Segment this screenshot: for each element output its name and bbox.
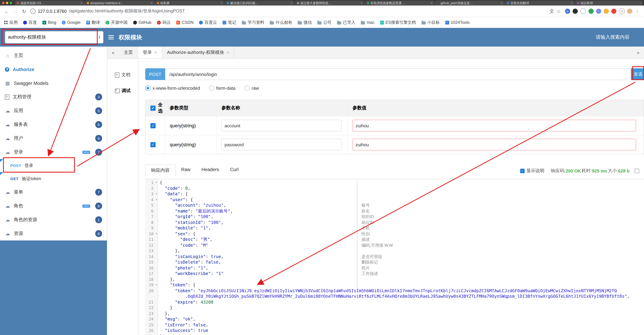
browser-tab[interactable]: temporary-Interface-d… × <box>85 1 154 6</box>
extension-icon-dark[interactable] <box>572 9 578 14</box>
fold-icon[interactable]: ▾ <box>156 180 157 186</box>
sidebar-item[interactable]: ▦Swagger Models <box>0 76 107 90</box>
tab-close-icon[interactable]: × <box>154 50 157 55</box>
traffic-light-2[interactable] <box>10 2 12 4</box>
row-checkbox[interactable]: ✓ <box>150 142 156 147</box>
bookmark-item[interactable]: 译翻译 <box>86 20 100 25</box>
profile-avatar[interactable] <box>627 9 632 14</box>
browser-tab[interactable]: 超过最大参数限制是… × <box>295 1 364 6</box>
fold-icon[interactable]: ▾ <box>156 191 157 197</box>
bookmark-item[interactable]: GGoogle <box>62 20 80 25</box>
extension-icon-ip[interactable]: ip <box>565 9 570 14</box>
tab-close-icon[interactable]: × <box>641 2 642 5</box>
content-tab[interactable]: Authorize-authority-权限模块 × <box>162 46 234 58</box>
browser-tab[interactable]: 知识星球 × <box>575 1 642 6</box>
browser-tab[interactable]: 温故而知新-CS… × <box>15 1 84 6</box>
extension-icon-green[interactable] <box>588 9 594 14</box>
doc-nav-debug[interactable]: 调试 <box>115 88 130 94</box>
content-type-radio[interactable]: x-www-form-urlencoded <box>145 86 200 91</box>
tab-close-icon[interactable]: × <box>571 2 572 5</box>
menu-toggle-icon[interactable] <box>108 35 114 39</box>
tab-close-icon[interactable]: × <box>220 2 222 5</box>
browser-tab[interactable]: 哈私募 × <box>155 1 224 6</box>
extension-icon-clip[interactable] <box>604 9 609 14</box>
info-icon[interactable]: i <box>30 9 35 14</box>
content-type-radio[interactable]: form-data <box>209 86 236 91</box>
extension-icon-ring[interactable] <box>580 8 586 14</box>
sidebar-item[interactable]: Authorize <box>0 62 107 76</box>
send-button[interactable]: 发送 <box>631 68 644 80</box>
sidebar-item[interactable]: ⌂主页 <box>0 49 107 62</box>
tab-close-icon[interactable]: × <box>150 2 152 5</box>
fold-icon[interactable]: ▾ <box>156 197 157 202</box>
extension-icon-red[interactable] <box>611 9 616 14</box>
tabs-scroll-left-icon[interactable]: « <box>107 46 119 58</box>
tab-close-icon[interactable]: × <box>501 2 502 5</box>
bookmark-item[interactable]: 什么都有 <box>270 20 292 25</box>
bookmark-item[interactable]: 百度 <box>23 20 37 25</box>
param-value-input[interactable] <box>352 120 636 132</box>
tab-close-icon[interactable]: × <box>227 50 229 55</box>
browser-tab[interactable]: 谷歌浏览器参数设置通… × <box>365 1 434 6</box>
translate-icon[interactable]: 文 <box>549 8 554 14</box>
param-name-input[interactable] <box>222 139 342 150</box>
bookmark-item[interactable]: ESES搜索引擎文档 <box>380 20 416 25</box>
bookmark-item[interactable]: 小目标 <box>422 20 440 25</box>
content-tab[interactable]: 登录 × <box>138 46 162 58</box>
select-all-checkbox[interactable]: ✓ <box>150 106 156 110</box>
sidebar-item[interactable]: ☁用户 9 <box>0 132 107 145</box>
response-tab[interactable]: Raw <box>176 164 196 176</box>
tab-close-icon[interactable]: × <box>361 2 362 5</box>
show-desc-checkbox[interactable]: ✓ <box>520 168 525 173</box>
sidebar-item[interactable]: 文档管理 3 <box>0 90 107 104</box>
bookmark-item[interactable]: 公司 <box>317 20 332 25</box>
sidebar-item[interactable]: ☁角色 NEW 8 <box>0 199 107 213</box>
bookmark-item[interactable]: T1024Tools <box>445 20 470 25</box>
fullscreen-icon[interactable] <box>635 168 639 173</box>
sidebar-item[interactable]: ☁服务表 6 <box>0 118 107 132</box>
forward-icon[interactable]: → <box>13 8 18 14</box>
bookmark-item[interactable]: 微信 <box>298 20 312 25</box>
bookmark-item[interactable]: 百度云 <box>199 20 217 25</box>
traffic-light-1[interactable] <box>6 2 8 4</box>
url-box[interactable]: i 127.0.0.1:8760 /api/gate/doc.html#/aut… <box>30 8 561 14</box>
doc-nav-doc[interactable]: 文档 <box>115 72 130 78</box>
reload-icon[interactable]: ↻ <box>22 8 26 14</box>
extension-icon-o[interactable]: O <box>619 8 625 14</box>
browser-menu-icon[interactable]: ⋮ <box>635 9 640 14</box>
header-search-input[interactable]: 请输入搜索内容 <box>596 34 638 40</box>
sidebar-endpoint-post[interactable]: POST 登录 <box>0 159 107 172</box>
param-value-input[interactable] <box>352 139 636 150</box>
bookmark-item[interactable]: mac <box>361 20 374 25</box>
param-name-input[interactable] <box>222 120 342 132</box>
browser-tab[interactable]: 谷歌在线翻译 × <box>505 1 575 6</box>
bookmark-item[interactable]: 学习资料 <box>242 20 264 25</box>
tab-close-icon[interactable]: × <box>290 2 292 5</box>
response-tab[interactable]: Curl <box>224 164 244 176</box>
back-icon[interactable]: ← <box>4 8 9 14</box>
sidebar-item[interactable]: ☁资源 6 <box>0 227 107 240</box>
bookmark-star-icon[interactable]: ☆ <box>556 8 561 14</box>
sidebar-item[interactable]: ☁应用 5 <box>0 104 107 118</box>
bookmark-item[interactable]: 应用 <box>4 20 18 25</box>
tab-close-icon[interactable]: × <box>431 2 432 5</box>
bookmark-item[interactable]: G码云 <box>157 20 171 25</box>
sidebar-item[interactable]: ☁角色的资源 1 <box>0 213 107 227</box>
traffic-light-0[interactable] <box>2 2 4 4</box>
row-checkbox[interactable]: ✓ <box>150 123 156 128</box>
traffic-lights[interactable] <box>2 2 12 4</box>
tab-close-icon[interactable]: × <box>80 2 82 5</box>
response-tab[interactable]: Headers <box>196 164 224 176</box>
sidebar-item[interactable]: ☁菜单 7 <box>0 185 107 199</box>
tabs-scroll-right-icon[interactable]: » <box>632 46 644 58</box>
bookmark-item[interactable]: 笔记 <box>222 20 236 25</box>
browser-tab[interactable]: github_pash突破这是… × <box>435 1 505 6</box>
fold-icon[interactable]: ▾ <box>156 282 157 288</box>
response-tab[interactable]: 响应内容 <box>145 164 176 176</box>
bookmark-item[interactable]: bBing <box>42 20 56 25</box>
module-select[interactable]: authority-权限模块 ▲▼ <box>5 31 104 44</box>
sidebar-item[interactable]: ☁登录 NEW 2 <box>0 145 107 159</box>
browser-tab[interactable]: 解决接口乱码问题… × <box>225 1 294 6</box>
content-tab[interactable]: 主页 <box>119 46 138 58</box>
fold-icon[interactable]: ▾ <box>156 231 157 237</box>
